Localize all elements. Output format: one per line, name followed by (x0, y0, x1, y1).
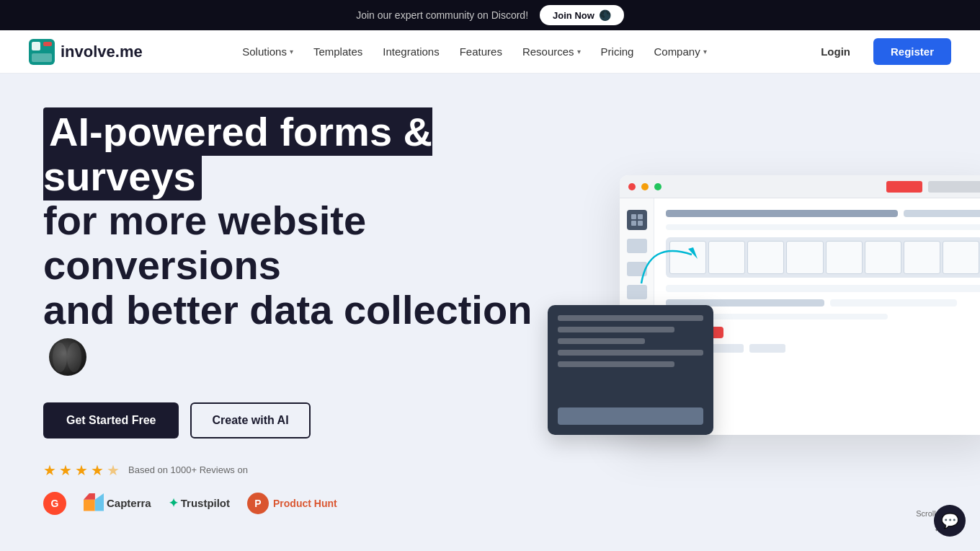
card-bottom (558, 407, 703, 425)
card-line-4 (558, 350, 703, 356)
key-6 (865, 241, 901, 274)
nav-links: Solutions ▾ Templates Integrations Featu… (242, 45, 706, 58)
arrow-icon (634, 233, 721, 291)
reviews-text: Based on 1000+ Reviews on (128, 464, 248, 475)
topbar-gray-bar (928, 181, 980, 193)
mockup-topbar (620, 175, 980, 198)
hero-title-line2: for more website conversions (43, 198, 366, 288)
chevron-down-icon: ▾ (290, 48, 293, 56)
content-block-1 (666, 210, 898, 217)
logo-text: involve.me (61, 43, 143, 61)
hero-title: AI-powered forms & surveys for more webs… (43, 110, 555, 376)
product-hunt-icon: P (247, 493, 269, 514)
create-with-ai-button[interactable]: Create with AI (190, 402, 310, 438)
mockup-card-overlay (548, 305, 713, 435)
hero-illustration (548, 161, 980, 464)
star-5-half: ★ (107, 462, 120, 479)
get-started-button[interactable]: Get Started Free (43, 402, 179, 438)
moon-icon: 🌑 (599, 9, 611, 21)
nav-company[interactable]: Company ▾ (654, 45, 706, 58)
nav-integrations[interactable]: Integrations (383, 45, 439, 58)
content-block-6 (830, 299, 957, 307)
product-hunt-logo: P Product Hunt (247, 493, 337, 514)
capterra-icon (84, 493, 104, 513)
hero-arrow (634, 233, 721, 294)
review-logos: G Capterra ✦ Trustpilot (43, 492, 555, 515)
svg-marker-4 (84, 500, 95, 511)
svg-marker-5 (95, 493, 104, 511)
nav-templates[interactable]: Templates (313, 45, 362, 58)
trustpilot-logo: ✦ Trustpilot (169, 496, 230, 510)
hero-buttons: Get Started Free Create with AI (43, 402, 555, 438)
svg-rect-3 (32, 53, 52, 62)
product-hunt-label: Product Hunt (273, 498, 337, 509)
nav-resources[interactable]: Resources ▾ (522, 45, 581, 58)
card-line-1 (558, 315, 703, 321)
star-3: ★ (75, 462, 88, 479)
join-now-button[interactable]: Join Now 🌑 (540, 5, 624, 25)
nav-pricing[interactable]: Pricing (601, 45, 634, 58)
svg-rect-2 (43, 42, 52, 46)
app-mockup (548, 161, 980, 464)
capterra-label: Capterra (107, 497, 151, 509)
chat-bubble-button[interactable]: 💬 (934, 505, 966, 537)
topbar-dot-yellow (641, 183, 649, 190)
login-button[interactable]: Login (806, 40, 865, 63)
content-block-2 (904, 210, 980, 217)
star-2: ★ (59, 462, 72, 479)
topbar-dot-green (654, 183, 662, 190)
navbar: involve.me Solutions ▾ Templates Integra… (0, 30, 980, 74)
star-4: ★ (91, 462, 104, 479)
svg-rect-1 (32, 42, 40, 50)
logo-icon (29, 39, 55, 65)
data-ball-icon (49, 338, 86, 376)
hero-content: AI-powered forms & surveys for more webs… (43, 110, 555, 515)
card-accent-bar (558, 407, 703, 425)
card-line-5 (558, 361, 674, 367)
key-3 (747, 241, 784, 274)
trustpilot-icon: ✦ (169, 496, 178, 510)
topbar-red-bar (886, 181, 922, 193)
content-row-4 (666, 299, 980, 307)
hero-title-line3: and better data collection (43, 287, 532, 332)
capterra-logo: Capterra (84, 493, 151, 513)
logo[interactable]: involve.me (29, 39, 143, 65)
nav-solutions[interactable]: Solutions ▾ (242, 45, 293, 58)
card-content (558, 315, 703, 367)
reviews-section: ★ ★ ★ ★ ★ Based on 1000+ Reviews on G (43, 462, 555, 515)
hero-title-highlight: AI-powered forms & surveys (43, 107, 432, 200)
key-7 (904, 241, 940, 274)
nav-actions: Login Register (806, 38, 951, 65)
star-rating: ★ ★ ★ ★ ★ (43, 462, 120, 479)
key-8 (943, 241, 979, 274)
key-5 (826, 241, 863, 274)
content-block-3 (666, 224, 980, 230)
chevron-down-icon: ▾ (703, 48, 707, 56)
g2-logo: G (43, 492, 66, 515)
trustpilot-label: Trustpilot (181, 497, 230, 509)
content-row-1 (666, 210, 980, 217)
banner-text: Join our expert community on Discord! (356, 9, 528, 21)
g2-icon: G (43, 492, 66, 515)
sidebar-grid-icon (627, 210, 647, 230)
star-1: ★ (43, 462, 56, 479)
hero-section: AI-powered forms & surveys for more webs… (0, 74, 980, 551)
content-row-2 (666, 224, 980, 230)
register-button[interactable]: Register (873, 38, 951, 65)
top-banner: Join our expert community on Discord! Jo… (0, 0, 980, 30)
chevron-down-icon: ▾ (577, 48, 581, 56)
nav-features[interactable]: Features (460, 45, 502, 58)
chat-icon: 💬 (941, 512, 959, 529)
card-line-2 (558, 327, 674, 332)
key-4 (786, 241, 823, 274)
card-line-3 (558, 338, 645, 344)
topbar-dot-red (628, 183, 636, 190)
bottom-bar-3 (749, 344, 785, 353)
